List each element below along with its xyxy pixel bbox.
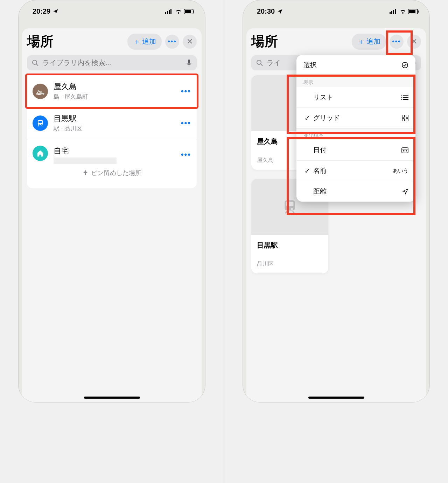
item-more-button[interactable]: ••• <box>181 119 191 128</box>
item-more-button[interactable]: ••• <box>181 87 191 96</box>
svg-line-8 <box>36 64 38 66</box>
svg-rect-0 <box>165 12 166 14</box>
item-more-button[interactable]: ••• <box>181 150 191 159</box>
page-title: 場所 <box>251 33 278 50</box>
clock: 20:30 <box>257 7 275 15</box>
battery-icon <box>408 9 419 14</box>
redacted-text <box>54 158 117 164</box>
clock: 20:29 <box>33 7 50 15</box>
item-title: 目黒駅 <box>54 113 181 124</box>
add-button[interactable]: ＋ 追加 <box>352 34 386 50</box>
list-item[interactable]: 屋久島 島 · 屋久島町 ••• <box>27 75 197 107</box>
item-title: 自宅 <box>54 146 181 156</box>
island-icon <box>33 84 48 99</box>
svg-rect-2 <box>169 10 170 14</box>
status-icons <box>165 9 195 14</box>
battery-icon <box>184 9 195 14</box>
svg-point-13 <box>41 124 42 125</box>
places-list: 屋久島 島 · 屋久島町 ••• 目黒駅 駅 · 品川区 ••• <box>27 74 197 188</box>
svg-point-7 <box>33 60 37 64</box>
svg-line-22 <box>261 64 262 66</box>
pin-icon <box>83 170 88 176</box>
svg-rect-1 <box>167 11 168 14</box>
svg-rect-20 <box>418 10 419 13</box>
plus-icon: ＋ <box>133 36 141 47</box>
search-input[interactable] <box>42 59 183 67</box>
svg-rect-14 <box>390 12 391 14</box>
wifi-icon <box>175 9 182 14</box>
ellipsis-icon: ••• <box>181 119 191 127</box>
add-button[interactable]: ＋ 追加 <box>127 34 162 50</box>
home-icon <box>33 146 48 161</box>
svg-rect-16 <box>393 10 394 14</box>
item-sub: 駅 · 品川区 <box>54 125 181 133</box>
status-bar: 20:30 <box>243 0 429 15</box>
page-title: 場所 <box>27 33 54 50</box>
highlight-more-button <box>386 30 413 55</box>
svg-rect-19 <box>409 10 415 13</box>
add-label: 追加 <box>142 37 156 46</box>
pinned-row[interactable]: ピン留めした場所 <box>33 164 191 182</box>
highlight-view-section <box>287 75 415 134</box>
location-icon <box>277 8 283 15</box>
svg-rect-5 <box>185 10 191 13</box>
more-button[interactable]: ••• <box>165 35 179 49</box>
list-item[interactable]: 自宅 ••• ピン留めした場所 <box>27 139 197 188</box>
home-indicator[interactable] <box>308 397 364 399</box>
ellipsis-icon: ••• <box>181 150 191 159</box>
close-icon: ✕ <box>187 37 193 46</box>
svg-rect-11 <box>38 121 42 123</box>
pinned-label: ピン留めした場所 <box>91 169 141 177</box>
check-circle-icon <box>401 62 408 69</box>
svg-rect-17 <box>395 9 396 14</box>
plus-icon: ＋ <box>357 36 365 47</box>
svg-point-12 <box>39 124 40 125</box>
svg-rect-9 <box>188 59 190 64</box>
train-icon <box>33 115 48 131</box>
menu-item-select[interactable]: 選択 <box>296 55 415 76</box>
item-sub <box>54 157 181 164</box>
add-label: 追加 <box>366 37 380 46</box>
wifi-icon <box>399 9 406 14</box>
svg-point-21 <box>257 60 261 64</box>
phone-left: 20:29 場所 ＋ 追加 ••• <box>18 0 205 402</box>
microphone-icon[interactable] <box>186 59 192 67</box>
signal-icon <box>390 9 397 14</box>
ellipsis-icon: ••• <box>168 38 177 45</box>
status-bar: 20:29 <box>19 0 205 15</box>
svg-rect-15 <box>391 11 392 14</box>
places-sheet: 場所 ＋ 追加 ••• ✕ <box>22 28 202 402</box>
svg-rect-6 <box>194 10 194 13</box>
location-icon <box>52 8 59 15</box>
search-field[interactable] <box>27 55 197 70</box>
svg-rect-3 <box>170 9 172 14</box>
home-indicator[interactable] <box>84 397 140 399</box>
item-sub: 島 · 屋久島町 <box>54 93 181 101</box>
highlight-sort-section <box>287 137 415 215</box>
close-button[interactable]: ✕ <box>183 35 197 49</box>
signal-icon <box>165 9 173 14</box>
search-icon <box>256 59 263 66</box>
card-sub: 品川区 <box>257 260 323 268</box>
list-item[interactable]: 目黒駅 駅 · 品川区 ••• <box>27 107 197 139</box>
status-icons <box>390 9 419 14</box>
ellipsis-icon: ••• <box>181 87 191 96</box>
item-title: 屋久島 <box>54 82 181 92</box>
phone-right: 20:30 場所 ＋ 追加 ••• <box>243 0 430 402</box>
card-title: 目黒駅 <box>257 240 323 250</box>
search-icon <box>32 59 39 66</box>
